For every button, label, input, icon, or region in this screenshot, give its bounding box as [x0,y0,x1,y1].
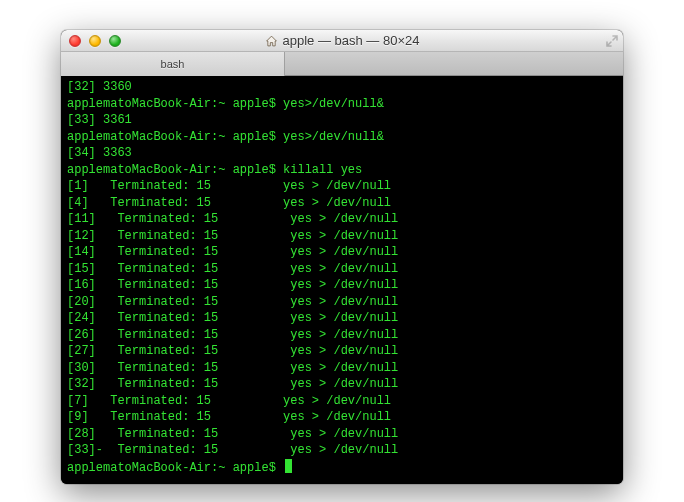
terminal-line: [14] Terminated: 15 yes > /dev/null [67,244,617,261]
terminal-line: [4] Terminated: 15 yes > /dev/null [67,195,617,212]
fullscreen-icon[interactable] [605,34,619,48]
terminal-line: [20] Terminated: 15 yes > /dev/null [67,294,617,311]
terminal-line: [32] 3360 [67,79,617,96]
terminal-line: applematoMacBook-Air:~ apple$ killall ye… [67,162,617,179]
terminal-line: [26] Terminated: 15 yes > /dev/null [67,327,617,344]
cursor [285,459,292,473]
window-title-text: apple — bash — 80×24 [283,33,420,48]
close-button[interactable] [69,35,81,47]
tab-bar: bash [61,52,623,76]
terminal-line: [24] Terminated: 15 yes > /dev/null [67,310,617,327]
terminal-line: [33]- Terminated: 15 yes > /dev/null [67,442,617,459]
terminal-line: applematoMacBook-Air:~ apple$ yes>/dev/n… [67,96,617,113]
traffic-lights [61,35,121,47]
tab-bash[interactable]: bash [61,52,285,76]
terminal-line: [15] Terminated: 15 yes > /dev/null [67,261,617,278]
terminal-line: [7] Terminated: 15 yes > /dev/null [67,393,617,410]
titlebar[interactable]: apple — bash — 80×24 [61,30,623,52]
terminal-line: [12] Terminated: 15 yes > /dev/null [67,228,617,245]
terminal-line: [34] 3363 [67,145,617,162]
terminal-line: [33] 3361 [67,112,617,129]
terminal-line: applematoMacBook-Air:~ apple$ yes>/dev/n… [67,129,617,146]
terminal-prompt-line: applematoMacBook-Air:~ apple$ [67,459,617,477]
terminal-line: [16] Terminated: 15 yes > /dev/null [67,277,617,294]
minimize-button[interactable] [89,35,101,47]
terminal-line: [9] Terminated: 15 yes > /dev/null [67,409,617,426]
terminal-window: apple — bash — 80×24 bash [32] 3360 appl… [61,30,623,484]
terminal-line: [30] Terminated: 15 yes > /dev/null [67,360,617,377]
terminal-line: [11] Terminated: 15 yes > /dev/null [67,211,617,228]
terminal-line: [1] Terminated: 15 yes > /dev/null [67,178,617,195]
terminal-line: [32] Terminated: 15 yes > /dev/null [67,376,617,393]
terminal-content[interactable]: [32] 3360 applematoMacBook-Air:~ apple$ … [61,76,623,484]
terminal-line: [27] Terminated: 15 yes > /dev/null [67,343,617,360]
tab-label: bash [161,58,185,70]
terminal-line: [28] Terminated: 15 yes > /dev/null [67,426,617,443]
terminal-prompt: applematoMacBook-Air:~ apple$ [67,461,283,475]
zoom-button[interactable] [109,35,121,47]
home-icon [265,35,278,47]
window-title: apple — bash — 80×24 [61,33,623,48]
